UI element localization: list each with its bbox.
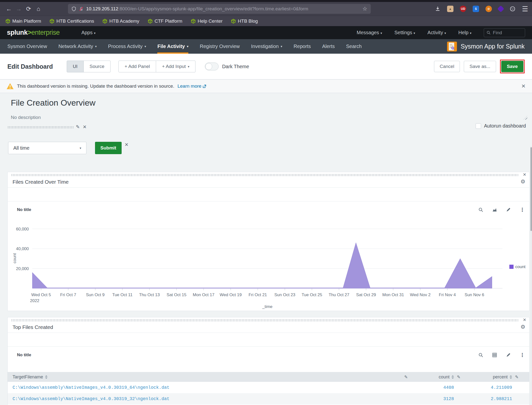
nav-item-alerts[interactable]: Alerts (322, 39, 335, 54)
learn-more-link[interactable]: Learn more (177, 83, 206, 89)
bookmark-item[interactable]: HTB Blog (231, 18, 258, 24)
element-title[interactable]: No title (17, 207, 31, 212)
format-brush-icon[interactable] (506, 207, 511, 212)
splunk-logo[interactable]: splunk>enterprise (7, 29, 60, 36)
column-header-targetfilename[interactable]: TargetFilename (8, 374, 403, 380)
column-edit-icon[interactable]: ✎ (514, 374, 529, 379)
page-title[interactable]: File Creation Overview (11, 98, 96, 108)
cell-count[interactable]: 4408 (419, 385, 455, 390)
svg-text:40,000: 40,000 (16, 246, 29, 251)
panel-drag-handle[interactable] (11, 174, 518, 176)
back-icon[interactable]: ← (4, 4, 14, 14)
nav-item-process-activity[interactable]: Process Activity ▾ (108, 39, 146, 54)
save-as-button[interactable]: Save as... (464, 61, 496, 72)
sort-icon[interactable] (451, 375, 454, 379)
files-created-chart[interactable]: 20,00040,00060,000Wed Oct 52022Fri Oct 7… (8, 216, 529, 311)
bookmark-item[interactable]: HTB Certifications (49, 18, 94, 24)
sort-icon[interactable] (510, 375, 512, 379)
bookmark-label: HTB Certifications (56, 18, 94, 24)
time-range-picker[interactable]: All time ▾ (8, 142, 86, 154)
bookmark-item[interactable]: HTB Academy (102, 18, 139, 24)
kebab-menu-icon[interactable]: ⋮ (520, 352, 525, 358)
autorun-checkbox[interactable] (476, 123, 481, 129)
resize-grip[interactable] (523, 116, 527, 120)
gear-icon[interactable]: ⚙ (520, 178, 525, 185)
url-bar[interactable]: 10.129.205.112:8000/en-US/app/sysmon-spl… (68, 4, 371, 14)
menu-messages[interactable]: Messages ▾ (357, 30, 382, 35)
panel-drag-handle[interactable] (11, 319, 518, 322)
svg-text:Sat Oct 29: Sat Oct 29 (356, 292, 376, 297)
chart-type-icon[interactable] (492, 207, 497, 212)
fieldset-drag-handle[interactable] (7, 126, 74, 129)
cell-percent[interactable]: 2.988211 (469, 396, 514, 401)
banner-close-icon[interactable]: ✕ (521, 83, 526, 89)
downloads-icon[interactable] (435, 6, 441, 12)
nav-item-reports[interactable]: Reports (294, 39, 311, 54)
cookie-icon[interactable] (510, 6, 516, 12)
table-type-icon[interactable] (492, 353, 497, 357)
element-title[interactable]: No title (17, 353, 31, 357)
gem-extension-icon[interactable] (497, 5, 504, 12)
menu-icon[interactable]: ☰ (522, 5, 528, 13)
nav-item-investigation[interactable]: Investigation ▾ (251, 39, 282, 54)
scrollbar-thumb[interactable] (531, 147, 532, 231)
blocker-extension-icon[interactable]: ⊘ (485, 6, 492, 12)
source-tab[interactable]: Source (84, 61, 111, 72)
home-icon[interactable]: ⌂ (33, 4, 43, 14)
column-header-percent[interactable]: percent (469, 374, 514, 380)
dark-theme-toggle[interactable] (205, 63, 219, 70)
format-brush-icon[interactable] (506, 353, 511, 357)
remove-input-icon[interactable]: ✕ (83, 124, 87, 130)
column-edit-icon[interactable]: ✎ (455, 374, 469, 379)
shield-icon[interactable] (71, 6, 76, 11)
sort-icon[interactable] (45, 375, 48, 379)
menu-settings[interactable]: Settings ▾ (394, 30, 415, 35)
add-input-button[interactable]: + Add Input▾ (156, 61, 195, 72)
sysmon-app-icon (447, 41, 457, 52)
edit-input-icon[interactable]: ✎ (76, 124, 80, 130)
forward-icon[interactable]: → (14, 4, 24, 14)
s-extension-icon[interactable]: S (473, 6, 479, 12)
cell-target-filename[interactable]: C:\Windows\assembly\NativeImages_v4.0.30… (8, 396, 403, 401)
cell-count[interactable]: 3128 (419, 396, 455, 401)
panel-title[interactable]: Top Files Created (13, 324, 53, 330)
panel-title[interactable]: Files Created Over Time (13, 179, 69, 185)
bookmark-item[interactable]: CTF Platform (148, 18, 182, 24)
url-text[interactable]: 10.129.205.112:8000/en-US/app/sysmon-spl… (86, 6, 360, 12)
panel-close-icon[interactable]: ✕ (523, 172, 526, 177)
cell-target-filename[interactable]: C:\Windows\assembly\NativeImages_v4.0.30… (8, 385, 403, 390)
nav-item-file-activity[interactable]: File Activity ▾ (157, 39, 188, 54)
add-panel-button[interactable]: + Add Panel (118, 61, 156, 72)
foxyproxy-extension-icon[interactable]: ▲ (447, 6, 453, 12)
panel-close-icon[interactable]: ✕ (523, 317, 526, 323)
find-search-input[interactable]: Find (484, 28, 525, 37)
bookmark-item[interactable]: Main Platform (5, 18, 41, 24)
nav-item-sysmon-overview[interactable]: Sysmon Overview (7, 39, 47, 54)
ui-tab[interactable]: UI (67, 61, 84, 72)
menu-help[interactable]: Help ▾ (458, 30, 471, 35)
nav-item-network-activity[interactable]: Network Activity ▾ (58, 39, 97, 54)
insecure-lock-icon[interactable] (79, 6, 84, 11)
nav-item-registry-overview[interactable]: Registry Overview (200, 39, 240, 54)
shield-extension-icon[interactable]: UD (460, 6, 466, 12)
cancel-button[interactable]: Cancel (434, 61, 460, 72)
menu-activity[interactable]: Activity ▾ (427, 30, 446, 35)
gear-icon[interactable]: ⚙ (520, 324, 525, 330)
kebab-menu-icon[interactable]: ⋮ (520, 207, 525, 213)
nav-item-search[interactable]: Search (346, 39, 362, 54)
reload-icon[interactable]: ⟳ (24, 4, 33, 14)
bookmark-item[interactable]: Help Center (191, 18, 223, 24)
cell-percent[interactable]: 4.211009 (469, 385, 514, 390)
column-header-count[interactable]: count (419, 374, 455, 380)
page-scrollbar[interactable] (530, 146, 532, 405)
search-icon[interactable] (478, 207, 483, 212)
remove-submit-icon[interactable]: ✕ (125, 142, 129, 147)
toggle-knob (205, 63, 212, 70)
submit-button[interactable]: Submit (95, 142, 122, 154)
apps-menu[interactable]: Apps ▾ (81, 30, 96, 35)
save-button[interactable]: Save (501, 61, 523, 72)
bookmark-star-icon[interactable]: ☆ (362, 6, 367, 12)
page-description[interactable]: No description (11, 115, 41, 120)
column-edit-icon[interactable]: ✎ (403, 374, 419, 379)
search-icon[interactable] (478, 353, 483, 357)
